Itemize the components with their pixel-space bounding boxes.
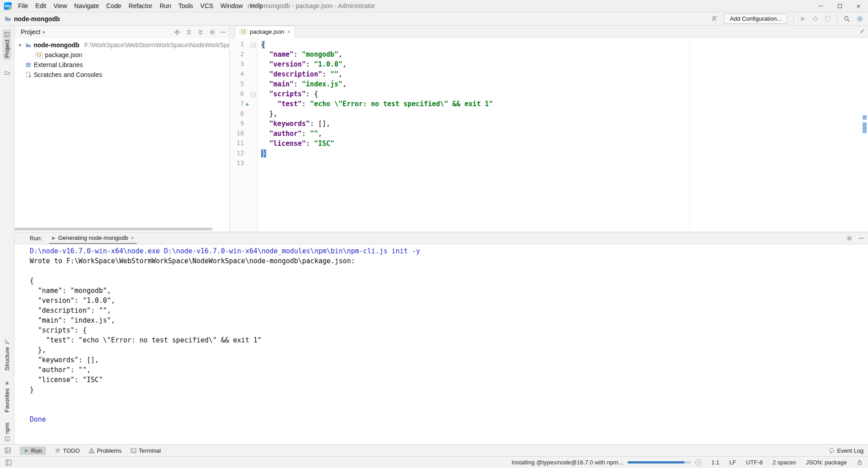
gutter-line: 10 [230,130,257,140]
run-tab-generating[interactable]: ▶ Generating node-mongodb × [49,232,137,244]
stripe-tab-project[interactable]: Project [3,29,11,60]
code-line[interactable] [261,159,493,169]
code-line[interactable]: "author": "", [261,130,493,140]
toolwindow-switcher-icon[interactable] [5,459,12,466]
close-icon[interactable]: × [287,28,290,35]
menu-item-refactor[interactable]: Refactor [125,0,156,12]
code-line[interactable]: "license": "ISC" [261,140,493,149]
bookmarks-icon[interactable] [4,70,10,76]
minimize-button[interactable] [811,0,830,12]
stripe-tab-favorites[interactable]: ★ Favorites [4,381,10,412]
menu-item-window[interactable]: Window [217,0,247,12]
maximize-button[interactable] [830,0,849,12]
close-button[interactable]: × [849,0,868,12]
project-panel-title[interactable]: Project [21,28,41,36]
hide-panel-icon[interactable] [859,238,863,238]
gutter-line: 7▶ [230,100,257,110]
run-toolwindow-header: Run: ▶ Generating node-mongodb × [14,232,868,244]
libraries-icon [25,62,32,68]
chevron-down-icon[interactable]: ▾ [43,30,45,35]
stripe-tab-structure[interactable]: Structure [4,339,10,371]
coverage-button[interactable] [824,15,831,22]
status-bar: Installing @types/node@16.7.0 with npm..… [0,456,868,468]
scrollbar-mark[interactable] [863,115,867,120]
search-everywhere-icon[interactable] [843,15,850,22]
tree-item-label: package.json [45,51,82,58]
event-log-icon [829,448,835,454]
menu-item-view[interactable]: View [50,0,71,12]
add-configuration-button[interactable]: Add Configuration... [724,14,787,24]
tree-item-external-libraries[interactable]: External Libraries [14,60,229,70]
navigation-bar: node-mongodb Add Configuration... [0,12,868,26]
menu-item-run[interactable]: Run [156,0,175,12]
profile-icon[interactable] [711,15,718,22]
run-button[interactable] [800,16,806,22]
gutter-line: 12 [230,149,257,159]
code-line[interactable]: "keywords": [], [261,120,493,130]
code-line[interactable]: "name": "mongodb", [261,50,493,60]
run-line-icon[interactable]: ▶ [246,101,249,107]
code-line[interactable]: "version": "1.0.0", [261,60,493,70]
code-line[interactable]: "test": "echo \"Error: no test specified… [261,100,493,110]
todo-icon [55,448,61,454]
menu-item-vcs[interactable]: VCS [197,0,217,12]
lock-icon[interactable] [857,459,863,465]
code-line[interactable]: }, [261,110,493,120]
code-line[interactable]: "scripts": { [261,90,493,100]
progress-bar [628,461,691,464]
gutter-line: 8 [230,110,257,120]
collapse-all-icon[interactable] [197,29,204,36]
menu-item-tools[interactable]: Tools [175,0,197,12]
debug-button[interactable] [812,15,818,22]
editor-body[interactable]: 1−23456−7▶8910111213 { "name": "mongodb"… [230,38,868,232]
close-icon[interactable]: × [131,234,135,241]
menu-item-file[interactable]: File [14,0,32,12]
locate-file-icon[interactable] [174,29,181,36]
tree-item-project-root[interactable]: ▾ node-mongodb F:\WorkSpace\WebStormWork… [14,40,229,50]
run-console[interactable]: D:\node-v16.7.0-win-x64\node.exe D:\node… [14,244,868,444]
file-encoding[interactable]: UTF-8 [746,459,763,466]
code-area[interactable]: { "name": "mongodb", "version": "1.0.0",… [258,38,493,232]
menu-item-code[interactable]: Code [103,0,125,12]
settings-gear-icon[interactable] [856,15,863,22]
console-line: "test": "echo \"Error: no test specified… [30,336,868,346]
code-line[interactable]: } [261,149,493,159]
chevron-down-icon[interactable]: ▾ [17,42,23,48]
caret-position[interactable]: 1:1 [711,459,719,466]
inspections-ok-icon[interactable]: ✓ [860,28,865,35]
editor-tab-package-json[interactable]: {} package.json × [235,26,295,38]
horizontal-scrollbar[interactable] [14,228,212,230]
file-type[interactable]: JSON: package [806,459,847,466]
tree-item-package-json[interactable]: {} package.json [14,50,229,60]
console-line: Wrote to F:\WorkSpace\WebStormWorkSpace\… [30,257,868,267]
fold-icon[interactable]: − [251,92,256,97]
menu-item-navigate[interactable]: Navigate [71,0,103,12]
code-line[interactable]: "main": "index.js", [261,80,493,90]
indent-setting[interactable]: 2 spaces [773,459,796,466]
stripe-tab-npm[interactable]: npm [4,423,10,441]
hide-panel-icon[interactable] [221,32,226,32]
code-line[interactable]: "description": "", [261,70,493,80]
toolwindow-tab-run[interactable]: Run [20,446,46,455]
toolwindow-switcher-icon[interactable] [5,447,11,454]
scrollbar-mark[interactable] [863,122,867,133]
toolbar-separator [837,15,837,23]
gear-icon[interactable] [209,29,216,36]
menu-item-edit[interactable]: Edit [32,0,50,12]
toolwindow-tab-todo[interactable]: TODO [55,447,80,454]
cancel-progress-icon[interactable]: × [695,459,701,466]
gear-icon[interactable] [846,235,853,242]
fold-icon[interactable]: − [251,43,256,48]
npm-icon [5,436,10,441]
breadcrumb[interactable]: node-mongodb [14,15,60,22]
event-log-button[interactable]: Event Log [829,447,863,454]
structure-icon [4,339,10,345]
console-line: "name": "mongodb", [30,287,868,297]
tree-item-scratches[interactable]: Scratches and Consoles [14,70,229,80]
stripe-tab-favorites-label: Favorites [4,388,10,412]
line-ending[interactable]: LF [729,459,736,466]
expand-all-icon[interactable] [185,29,192,36]
toolwindow-tab-terminal[interactable]: Terminal [131,447,161,454]
toolwindow-tab-problems[interactable]: Problems [89,447,122,454]
code-line[interactable]: { [261,40,493,50]
